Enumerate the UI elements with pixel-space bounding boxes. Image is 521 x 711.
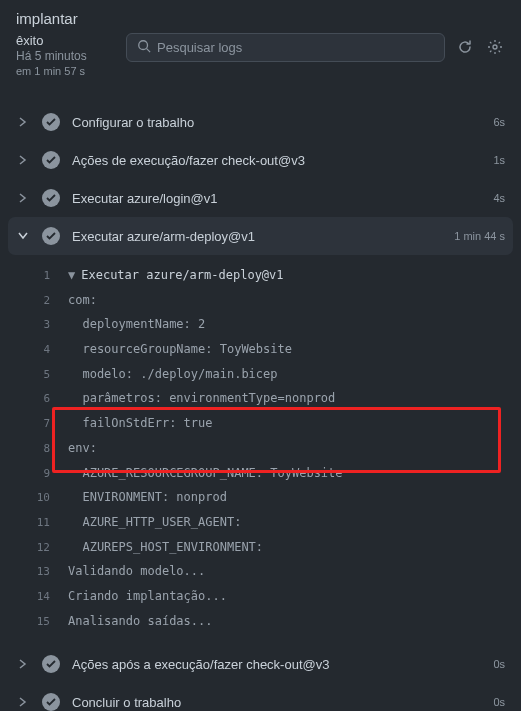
- log-text: failOnStdErr: true: [68, 413, 213, 433]
- line-number: 12: [20, 539, 50, 558]
- svg-point-0: [139, 41, 148, 50]
- check-icon: [42, 655, 60, 673]
- step-row[interactable]: Executar azure/login@v1 4s: [0, 179, 521, 217]
- line-number: 6: [20, 390, 50, 409]
- log-text: deploymentName: 2: [68, 314, 205, 334]
- log-text: com:: [68, 290, 97, 310]
- page-title: implantar: [16, 10, 505, 27]
- check-icon: [42, 151, 60, 169]
- step-label: Executar azure/arm-deploy@v1: [72, 229, 442, 244]
- status-block: êxito Há 5 minutos em 1 min 57 s: [16, 33, 116, 77]
- log-line[interactable]: 7 failOnStdErr: true: [8, 411, 513, 436]
- step-duration: 0s: [493, 696, 505, 708]
- chevron-right-icon: [16, 117, 30, 127]
- svg-line-1: [147, 49, 151, 53]
- line-number: 15: [20, 613, 50, 632]
- status-ago: Há 5 minutos: [16, 49, 116, 63]
- log-line[interactable]: 3 deploymentName: 2: [8, 312, 513, 337]
- step-duration: 4s: [493, 192, 505, 204]
- search-input[interactable]: [157, 40, 434, 55]
- line-number: 1: [20, 267, 50, 286]
- log-line[interactable]: 1 ▼Executar azure/arm-deploy@v1: [8, 263, 513, 288]
- log-line[interactable]: 12 AZUREPS_HOST_ENVIRONMENT:: [8, 535, 513, 560]
- line-number: 8: [20, 440, 50, 459]
- line-number: 9: [20, 465, 50, 484]
- log-text: AZURE_HTTP_USER_AGENT:: [68, 512, 241, 532]
- step-label: Ações após a execução/fazer check-out@v3: [72, 657, 481, 672]
- step-duration: 1 min 44 s: [454, 230, 505, 242]
- log-text: resourceGroupName: ToyWebsite: [68, 339, 292, 359]
- chevron-right-icon: [16, 659, 30, 669]
- chevron-right-icon: [16, 193, 30, 203]
- step-label: Executar azure/login@v1: [72, 191, 481, 206]
- log-text: ENVIRONMENT: nonprod: [68, 487, 227, 507]
- line-number: 7: [20, 415, 50, 434]
- steps-list: Configurar o trabalho 6s Ações de execuç…: [0, 103, 521, 711]
- step-duration: 0s: [493, 658, 505, 670]
- log-line[interactable]: 6 parâmetros: environmentType=nonprod: [8, 386, 513, 411]
- step-duration: 6s: [493, 116, 505, 128]
- log-group-header: Executar azure/arm-deploy@v1: [81, 268, 283, 282]
- log-text: AZURE_RESOURCEGROUP_NAME: ToyWebsite: [68, 463, 343, 483]
- line-number: 2: [20, 292, 50, 311]
- step-row[interactable]: Configurar o trabalho 6s: [0, 103, 521, 141]
- log-text: Criando implantação...: [68, 586, 227, 606]
- step-row[interactable]: Concluir o trabalho 0s: [0, 683, 521, 711]
- log-text: Validando modelo...: [68, 561, 205, 581]
- step-duration: 1s: [493, 154, 505, 166]
- line-number: 14: [20, 588, 50, 607]
- log-line[interactable]: 2com:: [8, 288, 513, 313]
- log-line[interactable]: 8env:: [8, 436, 513, 461]
- step-row[interactable]: Ações de execução/fazer check-out@v3 1s: [0, 141, 521, 179]
- status-label: êxito: [16, 33, 116, 48]
- line-number: 10: [20, 489, 50, 508]
- log-text: parâmetros: environmentType=nonprod: [68, 388, 335, 408]
- step-label: Configurar o trabalho: [72, 115, 481, 130]
- chevron-down-icon: [16, 232, 30, 240]
- check-icon: [42, 227, 60, 245]
- chevron-right-icon: [16, 155, 30, 165]
- log-output: 1 ▼Executar azure/arm-deploy@v1 2com:3 d…: [8, 263, 513, 633]
- chevron-right-icon: [16, 697, 30, 707]
- status-duration: em 1 min 57 s: [16, 65, 116, 77]
- log-text: modelo: ./deploy/main.bicep: [68, 364, 278, 384]
- log-line[interactable]: 10 ENVIRONMENT: nonprod: [8, 485, 513, 510]
- log-text: AZUREPS_HOST_ENVIRONMENT:: [68, 537, 263, 557]
- line-number: 4: [20, 341, 50, 360]
- check-icon: [42, 189, 60, 207]
- step-row[interactable]: Ações após a execução/fazer check-out@v3…: [0, 645, 521, 683]
- line-number: 3: [20, 316, 50, 335]
- log-line[interactable]: 4 resourceGroupName: ToyWebsite: [8, 337, 513, 362]
- gear-icon[interactable]: [485, 37, 505, 57]
- log-line[interactable]: 11 AZURE_HTTP_USER_AGENT:: [8, 510, 513, 535]
- log-line[interactable]: 15Analisando saídas...: [8, 609, 513, 634]
- search-icon: [137, 39, 151, 56]
- refresh-icon[interactable]: [455, 37, 475, 57]
- log-text: env:: [68, 438, 97, 458]
- search-input-wrap[interactable]: [126, 33, 445, 62]
- line-number: 13: [20, 563, 50, 582]
- step-label: Ações de execução/fazer check-out@v3: [72, 153, 481, 168]
- check-icon: [42, 693, 60, 711]
- line-number: 11: [20, 514, 50, 533]
- line-number: 5: [20, 366, 50, 385]
- log-line[interactable]: 5 modelo: ./deploy/main.bicep: [8, 362, 513, 387]
- check-icon: [42, 113, 60, 131]
- log-text: Analisando saídas...: [68, 611, 213, 631]
- log-line[interactable]: 14Criando implantação...: [8, 584, 513, 609]
- log-line[interactable]: 9 AZURE_RESOURCEGROUP_NAME: ToyWebsite: [8, 461, 513, 486]
- log-line[interactable]: 13Validando modelo...: [8, 559, 513, 584]
- step-label: Concluir o trabalho: [72, 695, 481, 710]
- svg-point-2: [493, 45, 497, 49]
- step-row-expanded[interactable]: Executar azure/arm-deploy@v1 1 min 44 s: [8, 217, 513, 255]
- caret-down-icon: ▼: [68, 268, 75, 282]
